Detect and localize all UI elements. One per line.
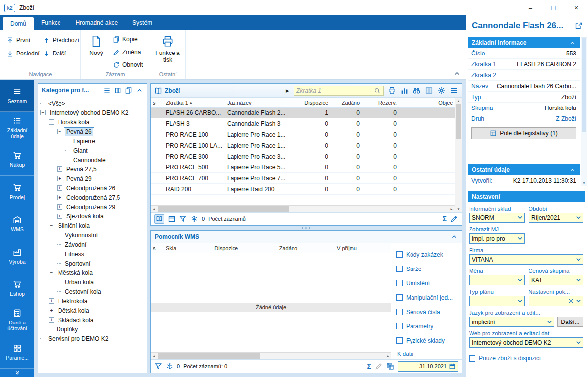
expand-box-icon[interactable]: + (57, 195, 62, 200)
sidebar-item[interactable]: Prodej (0, 176, 34, 208)
edit-icon[interactable] (375, 362, 383, 370)
column-header[interactable]: s (151, 98, 164, 107)
ribbon-tab[interactable]: Domů (3, 17, 34, 30)
wms-option[interactable]: Parametry (396, 319, 459, 333)
wms-option[interactable]: Umístění (396, 276, 459, 290)
column-header[interactable]: Zadáno (240, 243, 299, 253)
print-icon[interactable] (388, 86, 396, 95)
copy-icon[interactable] (125, 87, 132, 94)
wms-option[interactable]: Manipulační jed... (396, 290, 459, 305)
columns-icon[interactable] (425, 86, 433, 95)
tree-item[interactable]: −Městská kola (38, 268, 147, 277)
collapse-panel-icon[interactable] (451, 233, 458, 240)
checkbox[interactable] (396, 251, 403, 258)
checkbox[interactable] (396, 323, 403, 329)
scroll-track[interactable] (581, 133, 587, 180)
calendar-icon[interactable] (168, 215, 176, 223)
checkbox[interactable] (396, 309, 403, 315)
tree-item[interactable]: −Horská kola (38, 117, 147, 127)
gear-icon[interactable] (437, 86, 446, 95)
tree-item[interactable]: Cannondale (38, 155, 147, 164)
ribbon-tab[interactable]: Systém (125, 15, 160, 30)
expand-box-icon[interactable]: + (49, 308, 54, 313)
table-row[interactable]: RAID 200Lapierre Raid 200000 (151, 184, 455, 195)
ribbon-tab[interactable]: Hromadné akce (68, 15, 125, 30)
legislative-fields-button[interactable]: Pole dle legislativy (1) (471, 127, 576, 139)
sidebar-item[interactable]: Parame... (0, 336, 34, 369)
checkbox[interactable] (396, 337, 403, 344)
checkbox[interactable] (396, 266, 403, 272)
wms-option[interactable]: Sériová čísla (396, 305, 459, 319)
tree-item[interactable]: +Skládací kola (38, 315, 147, 324)
menu-icon[interactable] (103, 87, 111, 94)
wms-hscrollbar[interactable]: ◄ ► (151, 352, 391, 359)
scroll-thumb[interactable] (582, 38, 586, 132)
tree-item[interactable]: +Celoodpružená 26 (38, 183, 147, 193)
expand-box-icon[interactable]: + (57, 214, 62, 219)
only-available-option[interactable]: Pouze zboží s dispozici (469, 353, 583, 364)
sidebar-expand[interactable] (0, 369, 34, 377)
tree-item[interactable]: +Sjezdová kola (38, 212, 147, 221)
edit-icon[interactable] (450, 215, 458, 223)
table-row[interactable]: PRO RACE 700Lapierre Pro Race 7...000 (151, 173, 455, 184)
search-input[interactable]: Zkratka 1 (294, 86, 384, 96)
collapse-box-icon[interactable]: − (40, 110, 46, 115)
scroll-down-icon[interactable]: ▼ (581, 180, 587, 186)
zobrazit-mj-select[interactable]: impl. pro pro (469, 233, 525, 244)
checkbox[interactable] (396, 294, 403, 301)
column-header[interactable]: Dispozice (194, 243, 240, 253)
dalsi-button[interactable]: Další... (557, 317, 583, 327)
sum-icon[interactable]: Σ (443, 215, 447, 222)
tree-item[interactable]: −Pevná 26 (38, 127, 147, 136)
column-header[interactable]: Dispozice (292, 98, 330, 107)
scroll-left-icon[interactable]: ◄ (151, 206, 157, 212)
wms-option[interactable]: Fyzické sklady (396, 333, 459, 348)
cenova-skupina-select[interactable]: KAT (529, 275, 583, 285)
collapse-box-icon[interactable]: − (49, 270, 54, 275)
sidebar-item[interactable]: Nákup (0, 144, 34, 176)
collapse-box-icon[interactable]: − (49, 223, 54, 228)
collapse-section-icon[interactable] (569, 40, 576, 46)
menu-icon[interactable] (450, 86, 458, 95)
ribbon-tab[interactable]: Funkce (34, 15, 68, 30)
sidebar-item[interactable]: WMS (0, 208, 34, 240)
tree-item[interactable]: Cestovní kola (38, 287, 147, 296)
calendar-icon[interactable] (449, 363, 456, 370)
mena-select[interactable] (469, 275, 525, 285)
tree-item[interactable]: +Celoodpružená 29 (38, 202, 147, 212)
tree-item[interactable]: Doplňky (38, 324, 147, 334)
column-header[interactable]: Rezerv. (362, 98, 399, 107)
chart-icon[interactable] (400, 86, 409, 95)
open-window-icon[interactable] (575, 22, 583, 30)
scroll-track[interactable] (157, 353, 385, 359)
table-row[interactable]: PRO RACE 500Lapierre Pro Race 5...000 (151, 162, 455, 173)
column-header[interactable]: Zadáno (330, 98, 362, 107)
tree-item[interactable]: Servisní pro DEMO K2 (38, 334, 147, 343)
scroll-thumb[interactable] (158, 353, 260, 359)
expand-box-icon[interactable]: + (57, 204, 62, 210)
minimize-button[interactable]: – (519, 0, 542, 15)
tree-item[interactable]: +Dětská kola (38, 306, 147, 315)
detail-scrollbar[interactable]: ▼ (581, 37, 587, 186)
panel-menu-arrow-icon[interactable]: ▶ (286, 88, 289, 93)
section-header-other[interactable]: Ostatní údaje (468, 164, 580, 175)
tree-item[interactable]: +Elektrokola (38, 296, 147, 306)
tree-item[interactable]: −Silniční kola (38, 221, 147, 230)
collapse-section-icon[interactable] (569, 167, 576, 173)
section-header-settings[interactable]: Nastavení (468, 191, 585, 202)
wms-option[interactable]: Šarže (396, 262, 459, 276)
panel-splitter[interactable] (150, 226, 462, 230)
ribbon-button-arrowfirst[interactable]: První (5, 35, 41, 45)
scroll-track[interactable] (157, 206, 448, 212)
column-header[interactable]: Skla (164, 243, 194, 253)
column-header[interactable]: Objec (399, 98, 455, 107)
scroll-thumb[interactable] (456, 104, 461, 139)
expand-box-icon[interactable]: + (49, 298, 54, 304)
web-select[interactable]: Internetový obchod DEMO K2 (469, 337, 583, 348)
nastaveni-pok-select[interactable] (529, 296, 583, 306)
scroll-thumb[interactable] (158, 206, 289, 212)
filter-icon[interactable] (154, 362, 162, 370)
ribbon-button-copy[interactable]: Kopie (112, 34, 144, 44)
column-header[interactable]: s (151, 243, 164, 253)
copy-table-icon[interactable] (386, 362, 394, 370)
